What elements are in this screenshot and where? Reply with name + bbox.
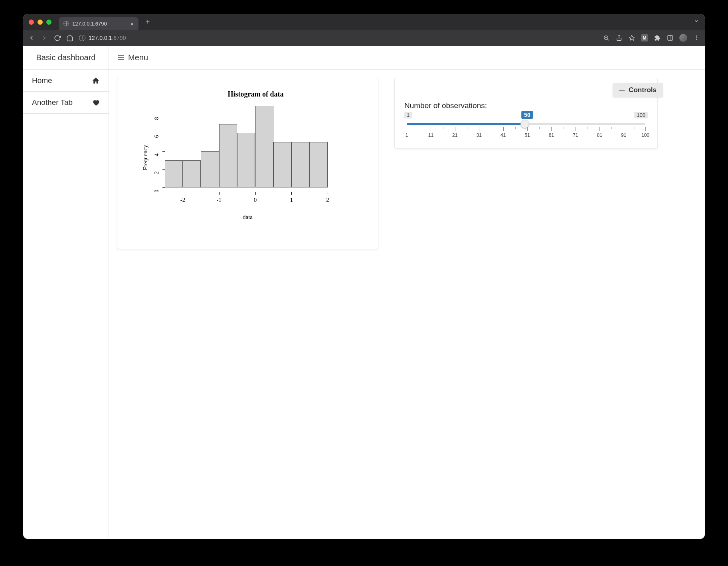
y-tick-label: 8: [153, 117, 160, 120]
slider-tick-label: 31: [477, 132, 482, 138]
histogram-bar: [310, 142, 328, 187]
globe-icon: [63, 21, 69, 26]
new-tab-button[interactable]: +: [142, 18, 154, 26]
slider-tick-minor: [491, 127, 491, 129]
heart-icon: [92, 99, 100, 106]
sidebar-item-label: Another Tab: [32, 98, 73, 107]
profile-avatar[interactable]: [679, 34, 687, 42]
y-tick-label: 0: [153, 190, 160, 193]
slider-tick: [599, 127, 600, 131]
histogram-card: Histogram of data Frequency 02468-2-1012…: [117, 78, 378, 249]
y-tick: [162, 115, 165, 115]
histogram-bar: [255, 106, 273, 187]
svg-point-8: [696, 35, 697, 37]
titlebar: 127.0.0.1:6790 × +: [23, 14, 705, 30]
extension-m-icon[interactable]: M: [641, 34, 648, 41]
slider-tick-minor: [539, 127, 540, 129]
y-tick: [162, 187, 165, 188]
sidebar-item-home[interactable]: Home: [23, 70, 109, 92]
menu-label: Menu: [128, 53, 148, 62]
slider-tick-label: 71: [573, 132, 578, 138]
sidebar-item-another-tab[interactable]: Another Tab: [23, 92, 109, 114]
observations-slider[interactable]: 1 100 50 1112131415161718191100: [404, 112, 648, 140]
minimize-window-button[interactable]: [38, 20, 43, 25]
sidebar-item-label: Home: [32, 76, 52, 85]
slider-tick-minor: [564, 127, 564, 129]
slider-track[interactable]: [407, 123, 645, 125]
slider-tick: [624, 127, 624, 131]
slider-tick-label: 100: [641, 132, 649, 138]
reload-button[interactable]: [53, 34, 61, 41]
y-tick: [162, 151, 165, 152]
bookmark-star-icon[interactable]: [628, 34, 635, 41]
slider-max-badge: 100: [634, 112, 648, 118]
app-body: Home Another Tab Histogram of data: [23, 70, 705, 539]
minus-icon: [619, 90, 625, 91]
hamburger-icon: [118, 55, 124, 60]
slider-tick-minor: [515, 127, 516, 129]
controls-collapse-button[interactable]: Controls: [613, 83, 663, 97]
menu-toggle-button[interactable]: Menu: [109, 46, 157, 69]
maximize-window-button[interactable]: [46, 20, 51, 25]
home-button[interactable]: [66, 34, 73, 41]
tabs-dropdown-icon[interactable]: [694, 18, 699, 26]
kebab-menu-icon[interactable]: [693, 34, 700, 41]
svg-point-10: [696, 39, 697, 40]
zoom-icon[interactable]: [603, 34, 610, 41]
y-tick-label: 4: [153, 153, 160, 156]
address-bar[interactable]: i 127.0.0.1:6790: [79, 35, 126, 41]
slider-tick: [455, 127, 455, 131]
slider-tick-minor: [635, 127, 635, 129]
x-tick-label: 0: [254, 197, 257, 203]
browser-toolbar: i 127.0.0.1:6790 M: [23, 30, 705, 46]
sidepanel-icon[interactable]: [667, 34, 674, 41]
slider-tick-label: 41: [500, 132, 506, 138]
url-host: 127.0.0.1: [89, 35, 112, 41]
slider-tick: [527, 127, 528, 131]
slider-tick-label: 91: [621, 132, 626, 138]
slider-tick-label: 1: [406, 132, 408, 138]
slider-tick: [479, 127, 479, 131]
x-tick-label: -1: [216, 197, 222, 203]
slider-tick: [551, 127, 552, 131]
histogram-bar: [183, 160, 201, 187]
slider-value-badge: 50: [521, 111, 533, 119]
slider-tick-minor: [467, 127, 467, 129]
share-icon[interactable]: [615, 34, 623, 41]
histogram-bar: [273, 142, 291, 187]
slider-tick-label: 81: [597, 132, 602, 138]
forward-button[interactable]: [41, 34, 48, 41]
browser-tab[interactable]: 127.0.0.1:6790 ×: [59, 17, 138, 30]
slider-tick-label: 11: [428, 132, 433, 138]
slider-min-badge: 1: [404, 112, 412, 118]
chart-ylabel: Frequency: [142, 145, 149, 170]
x-axis: [165, 192, 348, 192]
svg-marker-5: [629, 35, 634, 40]
y-tick-label: 2: [153, 172, 160, 174]
slider-tick: [407, 127, 407, 131]
site-info-icon[interactable]: i: [79, 35, 85, 41]
x-tick: [183, 192, 183, 195]
slider-tick-minor: [611, 127, 612, 129]
close-tab-icon[interactable]: ×: [130, 20, 134, 27]
histogram-bar: [201, 151, 219, 187]
back-button[interactable]: [28, 34, 35, 41]
x-tick: [255, 192, 256, 195]
sidebar: Home Another Tab: [23, 70, 109, 539]
slider-tick: [503, 127, 504, 131]
traffic-lights: [29, 20, 51, 25]
x-tick-label: -2: [180, 197, 186, 203]
close-window-button[interactable]: [29, 20, 34, 25]
slider-tick: [431, 127, 431, 131]
extensions-icon[interactable]: [654, 34, 661, 41]
controls-panel-label: Controls: [629, 86, 657, 94]
slider-label: Number of observations:: [404, 101, 648, 110]
slider-tick: [576, 127, 576, 131]
y-tick: [162, 133, 165, 133]
slider-tick: [645, 127, 646, 131]
svg-rect-6: [668, 35, 673, 40]
slider-tick-minor: [443, 127, 443, 129]
app-header: Basic dashboard Menu: [23, 46, 705, 70]
x-tick: [291, 192, 292, 195]
url-port: :6790: [112, 35, 126, 41]
